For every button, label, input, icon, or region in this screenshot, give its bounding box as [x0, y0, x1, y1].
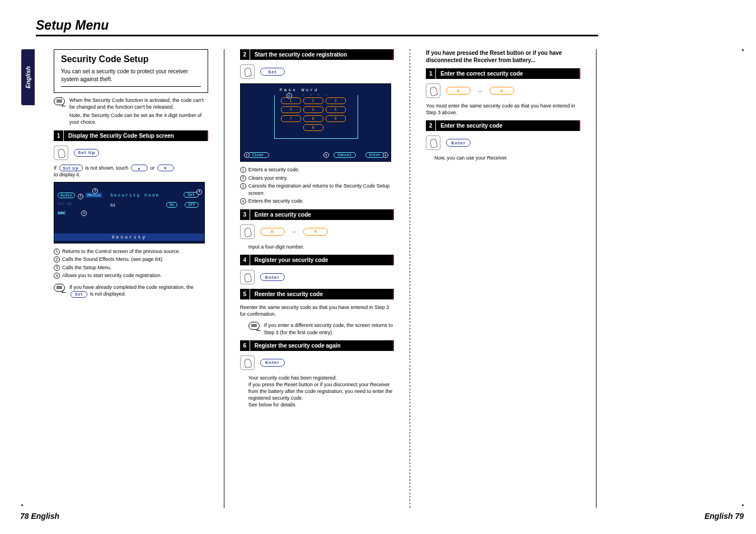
list-item: 3Calls the Setup Menu. [54, 264, 208, 271]
callout-number-icon: 4 [54, 273, 60, 279]
step-number: 4 [240, 255, 250, 265]
text-fragment: is not shown, touch [85, 165, 130, 171]
language-tab: English [21, 49, 35, 105]
step-number: 2 [426, 120, 436, 131]
final-text-2: If you press the Reset button or if you … [248, 381, 395, 401]
callout-4-icon: 4 [383, 152, 388, 158]
touch-row: Enter [240, 270, 395, 284]
corner-dot [742, 49, 744, 51]
digit-0-pill[interactable]: 0 [260, 228, 285, 236]
key-5[interactable]: 5 [303, 106, 323, 113]
final-text-3: See below for details. [248, 401, 395, 408]
key-7[interactable]: 7 [281, 115, 301, 122]
column-3: If you have pressed the Reset button or … [426, 49, 580, 508]
touch-row: 0 – 9 [240, 224, 395, 239]
key-9[interactable]: 9 [326, 115, 346, 122]
note-block: If you have already completed the code r… [54, 284, 208, 298]
title-rule [36, 35, 598, 36]
note-block: If you enter a different security code, … [248, 322, 395, 335]
touch-hand-icon [240, 224, 255, 239]
note-line: When the Security Code function is activ… [69, 97, 208, 110]
enter-pill[interactable]: Enter [446, 139, 471, 147]
list-text: Clears your entry. [248, 175, 288, 182]
enter-pill[interactable]: Enter [260, 359, 285, 367]
step-label: Enter a security code [250, 209, 393, 220]
screen-security-code: Audio Set Up SRC Menus Security Code Set… [54, 182, 205, 243]
list-item: 1Enters a security code. [240, 166, 395, 174]
list-text: Allows you to start security code regist… [62, 272, 162, 279]
key-4[interactable]: 4 [281, 106, 301, 113]
digit-9-pill[interactable]: 9 [490, 87, 514, 95]
final-text-1: Your security code has been registered. [248, 374, 395, 381]
enter-button[interactable]: Enter [365, 152, 385, 158]
step-number: 6 [240, 340, 250, 351]
step-bar-2: 2 Start the security code registration [240, 49, 395, 60]
digit-0-pill[interactable]: 0 [446, 87, 471, 95]
clear-button[interactable]: Clear [247, 152, 269, 158]
screen-si-label: SI [110, 203, 116, 208]
callout-number-icon: 1 [54, 249, 60, 255]
callout-2-icon: 2 [244, 152, 250, 158]
key-8[interactable]: 8 [303, 115, 323, 122]
callout-2-icon: 2 [78, 194, 83, 199]
list-item: 2Clears your entry. [240, 175, 395, 182]
set-pill[interactable]: Set [260, 68, 285, 76]
callout-1-icon: 1 [81, 210, 87, 216]
step-label: Reenter the security code [250, 289, 393, 299]
cancel-button[interactable]: Cancel [334, 152, 355, 158]
digit-9-pill[interactable]: 9 [303, 228, 328, 236]
step-bar-c3-2: 2 Enter the security code [426, 120, 580, 131]
callout-list: 1Returns to the Control screen of the pr… [54, 248, 208, 279]
callout-4-icon: 4 [196, 189, 202, 195]
step-label: Enter the security code [436, 120, 579, 131]
touch-row: Enter [240, 355, 395, 370]
list-item: 1Returns to the Control screen of the pr… [54, 248, 208, 255]
callout-number-icon: 2 [54, 256, 60, 263]
set-pill-inline[interactable]: Set [71, 291, 87, 298]
column-2: 2 Start the security code registration S… [240, 49, 395, 508]
list-text: Enters a security code. [248, 166, 300, 174]
list-item: 2Calls the Sound Effects Menu. (see page… [54, 256, 208, 263]
callout-number-icon: 3 [240, 183, 246, 189]
key-0[interactable]: 0 [303, 124, 323, 131]
enter-pill[interactable]: Enter [260, 273, 285, 281]
callout-number-icon: 4 [240, 198, 246, 204]
column-divider-dotted [410, 49, 410, 508]
key-1[interactable]: 1 [281, 97, 301, 104]
step-number: 2 [240, 49, 250, 60]
arrow-up-pill[interactable]: ▲ [131, 165, 148, 171]
list-item: 3Cancels the registration and returns to… [240, 182, 395, 196]
list-text: Calls the Setup Menu. [62, 264, 112, 271]
list-item: 4Allows you to start security code regis… [54, 272, 208, 279]
note-line: Note, the Security Code can be set as th… [69, 113, 208, 125]
step-label: Display the Security Code Setup screen [64, 130, 207, 141]
setup-pill-inline[interactable]: Set Up [59, 165, 83, 171]
key-3[interactable]: 3 [326, 97, 346, 104]
col3-text-2: Now, you can use your Receiver. [434, 154, 580, 161]
step-bar-4: 4 Register your security code [240, 255, 395, 265]
content-area: Security Code Setup You can set a securi… [54, 49, 597, 508]
note-text: If you have already completed the code r… [69, 284, 208, 298]
step-label: Enter the correct security code [436, 68, 579, 79]
screen-off-button[interactable]: Off [185, 202, 199, 208]
callout-3-icon: 3 [323, 152, 329, 158]
step-bar-3: 3 Enter a security code [240, 209, 395, 220]
section-title: Security Code Setup [61, 54, 201, 64]
note-icon [54, 284, 65, 292]
col3-text-1: You must enter the same security code as… [426, 102, 580, 116]
screen-src-button[interactable]: SRC [58, 210, 65, 216]
callout-3-icon: 3 [92, 188, 98, 194]
setup-pill[interactable]: Set Up [74, 149, 99, 157]
screen-on-button[interactable]: On [166, 202, 177, 208]
callout-number-icon: 3 [54, 265, 60, 271]
list-text: Enters the security code. [248, 198, 304, 205]
step-label: Register the security code again [250, 340, 393, 351]
col3-heading: If you have pressed the Reset button or … [426, 49, 580, 64]
key-2[interactable]: 2 [303, 97, 323, 104]
step-label: Register your security code [250, 255, 393, 265]
arrow-down-pill[interactable]: ▼ [157, 165, 174, 171]
column-1: Security Code Setup You can set a securi… [54, 49, 208, 508]
screen-audio-button[interactable]: Audio [58, 193, 75, 198]
touch-row: Set [240, 64, 395, 79]
key-6[interactable]: 6 [326, 106, 346, 113]
